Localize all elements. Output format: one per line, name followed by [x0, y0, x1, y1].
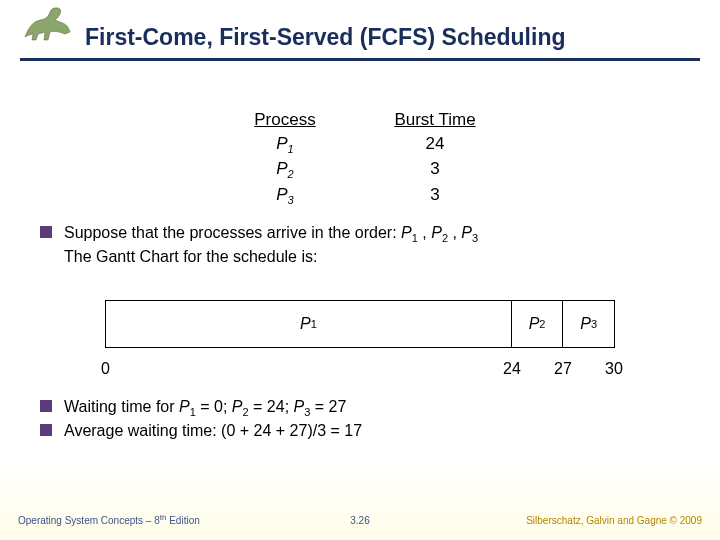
- slide-title: First-Come, First-Served (FCFS) Scheduli…: [85, 24, 566, 51]
- gantt-tick: 30: [605, 360, 623, 378]
- process-table: Process Burst Time P1 24 P2 3 P3 3: [0, 110, 720, 210]
- bullet-icon: [40, 226, 52, 238]
- footer-copyright: Silberschatz, Galvin and Gagne © 2009: [526, 515, 702, 526]
- gantt-tick: 27: [554, 360, 572, 378]
- dinosaur-logo: [20, 2, 80, 42]
- header-burst: Burst Time: [360, 110, 510, 130]
- gantt-tick: 0: [101, 360, 110, 378]
- table-row: P2 3: [0, 159, 720, 180]
- bullet-suppose: Suppose that the processes arrive in the…: [40, 222, 478, 268]
- gantt-cell-p1: P1: [106, 301, 511, 347]
- title-underline: [20, 58, 700, 61]
- header-process: Process: [210, 110, 360, 130]
- gantt-cell-p2: P2: [511, 301, 563, 347]
- table-row: P1 24: [0, 134, 720, 155]
- gantt-cell-p3: P3: [562, 301, 614, 347]
- bullet-icon: [40, 400, 52, 412]
- table-row: P3 3: [0, 185, 720, 206]
- gantt-tick: 24: [503, 360, 521, 378]
- bullet-icon: [40, 424, 52, 436]
- bullet-waiting: Waiting time for P1 = 0; P2 = 24; P3 = 2…: [40, 396, 346, 420]
- gantt-chart: P1 P2 P3 0 24 27 30: [105, 300, 615, 348]
- bullet-average: Average waiting time: (0 + 24 + 27)/3 = …: [40, 420, 362, 442]
